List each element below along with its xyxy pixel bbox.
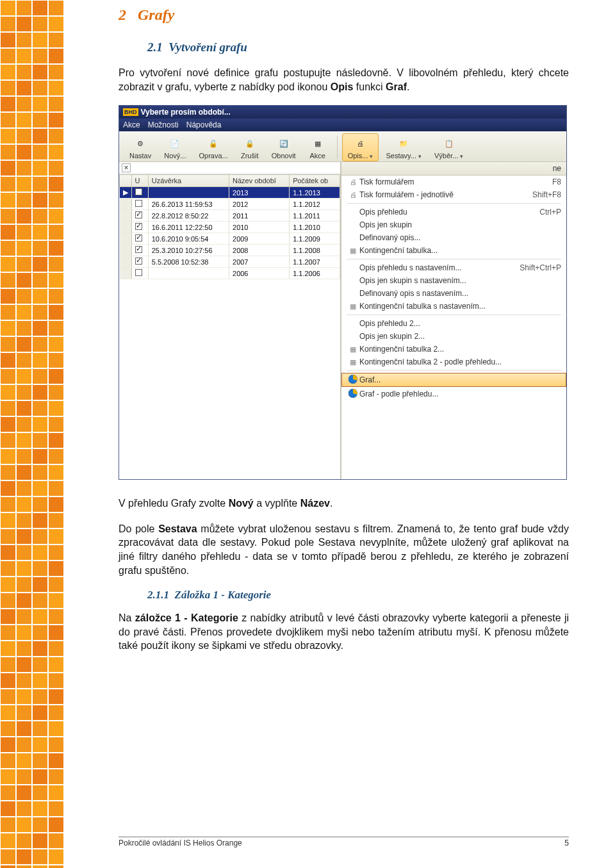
h2-text: Vytvoření grafu <box>168 40 247 54</box>
shortcut-label: F8 <box>552 177 561 186</box>
table-row[interactable]: 10.6.2010 9:05:5420091.1.2009 <box>120 233 340 245</box>
footer-title: Pokročilé ovládání IS Helios Orange <box>119 839 242 848</box>
toolbar-button-nový[interactable]: 📄Nový... <box>158 133 192 161</box>
column-header[interactable]: U <box>131 175 148 187</box>
paragraph-4: Na záložce 1 - Kategorie z nabídky atrib… <box>119 611 569 653</box>
column-header[interactable]: Uzávěrka <box>148 175 229 187</box>
paragraph-3: Do pole Sestava můžete vybrat uloženou s… <box>119 522 569 577</box>
toolbar-button-sestavy[interactable]: 📁Sestavy... <box>380 133 427 161</box>
menu-item[interactable]: Graf - podle přehledu... <box>341 387 566 401</box>
menu-item[interactable]: ▦Kontingenční tabulka 2 - podle přehledu… <box>341 356 566 368</box>
checkbox[interactable] <box>135 188 142 195</box>
heading-2: 2.1 Vytvoření grafu <box>147 40 569 54</box>
heading-1: 2 Grafy <box>119 6 569 24</box>
menu-item[interactable]: 🖨Tisk formulářemF8 <box>341 176 566 188</box>
toolbar-button-opis[interactable]: 🖨Opis... <box>342 133 379 161</box>
menu-separator <box>347 315 561 315</box>
table-icon: ▦ <box>347 345 359 354</box>
context-menu-pane: ne🖨Tisk formulářemF8🖨Tisk formulářem - j… <box>341 162 566 479</box>
menu-item[interactable]: ▦Kontingenční tabulka... <box>341 244 566 257</box>
table-row[interactable]: 25.3.2010 10:27:5620081.1.2008 <box>120 245 340 256</box>
column-header[interactable]: Počátek ob <box>290 175 340 187</box>
menu-item-akce[interactable]: Akce <box>123 120 140 129</box>
menu-item[interactable]: ▦Kontingenční tabulka s nastavením... <box>341 300 566 313</box>
page-content: 2 Grafy 2.1 Vytvoření grafu Pro vytvořen… <box>119 0 569 653</box>
page-footer: Pokročilé ovládání IS Helios Orange 5 <box>119 837 569 848</box>
table-icon: ▦ <box>347 302 359 311</box>
toolbar-button-obnovit[interactable]: 🔄Obnovit <box>266 133 302 161</box>
shortcut-label: Ctrl+P <box>539 208 561 217</box>
table-row[interactable]: ▶20131.1.2013 <box>120 187 340 199</box>
pane-close-button[interactable]: × <box>119 162 340 174</box>
paragraph-1: Pro vytvoření nové definice grafu postup… <box>119 66 569 94</box>
menu-item-možnosti[interactable]: Možnosti <box>148 120 179 129</box>
menu-item[interactable]: Opis přehleduCtrl+P <box>341 206 566 218</box>
h3-text: Záložka 1 - Kategorie <box>175 589 272 601</box>
opis-icon: 🖨 <box>352 136 370 151</box>
table-row[interactable]: 16.6.2011 12:22:5020101.1.2010 <box>120 222 340 233</box>
pie-chart-icon <box>347 389 359 399</box>
table-row[interactable]: 26.6.2013 11:59:5320121.1.2012 <box>120 199 340 210</box>
table-icon: ▦ <box>347 358 359 366</box>
menu-item[interactable]: Opis jen skupin <box>341 218 566 231</box>
data-grid[interactable]: UUzávěrkaNázev obdobíPočátek ob ▶20131.1… <box>119 174 340 279</box>
h1-text: Grafy <box>138 6 174 23</box>
menu-separator <box>347 203 561 204</box>
toolbar-button-výběr[interactable]: 📋Výběr... <box>429 133 469 161</box>
decorative-sidebar <box>0 0 64 868</box>
table-row[interactable]: 22.8.2012 8:50:2220111.1.2011 <box>120 210 340 222</box>
menu-item[interactable]: Opis jen skupin s nastavením... <box>341 274 566 287</box>
nastav-icon: ⚙ <box>131 136 149 151</box>
app-menubar: AkceMožnostiNápověda <box>119 119 566 131</box>
menu-separator <box>347 370 561 371</box>
checkbox[interactable] <box>135 246 142 253</box>
menu-separator <box>347 259 561 259</box>
toolbar-button-akce[interactable]: ▦Akce <box>303 133 332 161</box>
embedded-app-screenshot: BHD Vyberte prosím období... AkceMožnost… <box>119 105 567 480</box>
table-row[interactable]: 5.5.2008 10:52:3820071.1.2007 <box>120 256 340 268</box>
checkbox[interactable] <box>135 223 142 230</box>
checkbox[interactable] <box>135 200 142 207</box>
shortcut-label: Shift+F8 <box>532 190 561 199</box>
menu-item-nápověda[interactable]: Nápověda <box>186 120 222 129</box>
h1-number: 2 <box>119 6 126 23</box>
akce-icon: ▦ <box>309 136 327 151</box>
app-toolbar: ⚙Nastav📄Nový...🔓Oprava...🔒Zrušit🔄Obnovit… <box>119 131 566 162</box>
print-icon: 🖨 <box>347 191 359 199</box>
grid-pane: × UUzávěrkaNázev obdobíPočátek ob ▶20131… <box>119 162 341 479</box>
shortcut-label: Shift+Ctrl+P <box>520 263 561 272</box>
app-titlebar: BHD Vyberte prosím období... <box>119 106 566 119</box>
paragraph-2: V přehledu Grafy zvolte Nový a vyplňte N… <box>119 496 569 511</box>
table-row[interactable]: 20061.1.2006 <box>120 268 340 279</box>
app-logo: BHD <box>123 108 138 116</box>
pie-chart-icon <box>347 375 359 385</box>
menu-item[interactable]: Opis přehledu 2... <box>341 317 566 330</box>
výběr-icon: 📋 <box>440 136 458 151</box>
menu-item[interactable]: Definovaný opis... <box>341 231 566 244</box>
zrušit-icon: 🔒 <box>241 136 259 151</box>
oprava-icon: 🔓 <box>204 136 222 151</box>
menu-item[interactable]: Graf... <box>341 373 566 387</box>
checkbox[interactable] <box>135 269 142 276</box>
print-icon: 🖨 <box>347 178 359 186</box>
menu-item[interactable]: ▦Kontingenční tabulka 2... <box>341 343 566 356</box>
menu-item[interactable]: 🖨Tisk formulářem - jednotlivěShift+F8 <box>341 188 566 201</box>
sestavy-icon: 📁 <box>395 136 413 151</box>
table-icon: ▦ <box>347 247 359 255</box>
menu-item[interactable]: Opis jen skupin 2... <box>341 330 566 343</box>
column-header[interactable]: Název období <box>229 175 290 187</box>
toolbar-button-zrušit[interactable]: 🔒Zrušit <box>235 133 265 161</box>
heading-3: 2.1.1 Záložka 1 - Kategorie <box>147 589 569 602</box>
checkbox[interactable] <box>135 234 142 242</box>
page-number: 5 <box>564 839 569 848</box>
obnovit-icon: 🔄 <box>275 136 293 151</box>
toolbar-button-nastav[interactable]: ⚙Nastav <box>124 133 157 161</box>
menu-item[interactable]: Opis přehledu s nastavením...Shift+Ctrl+… <box>341 261 566 274</box>
checkbox[interactable] <box>135 258 142 265</box>
toolbar-button-oprava[interactable]: 🔓Oprava... <box>193 133 233 161</box>
checkbox[interactable] <box>135 211 142 218</box>
menu-item[interactable]: Definovaný opis s nastavením... <box>341 287 566 300</box>
nový-icon: 📄 <box>166 136 184 151</box>
h3-number: 2.1.1 <box>147 589 169 601</box>
app-title: Vyberte prosím období... <box>141 108 231 117</box>
